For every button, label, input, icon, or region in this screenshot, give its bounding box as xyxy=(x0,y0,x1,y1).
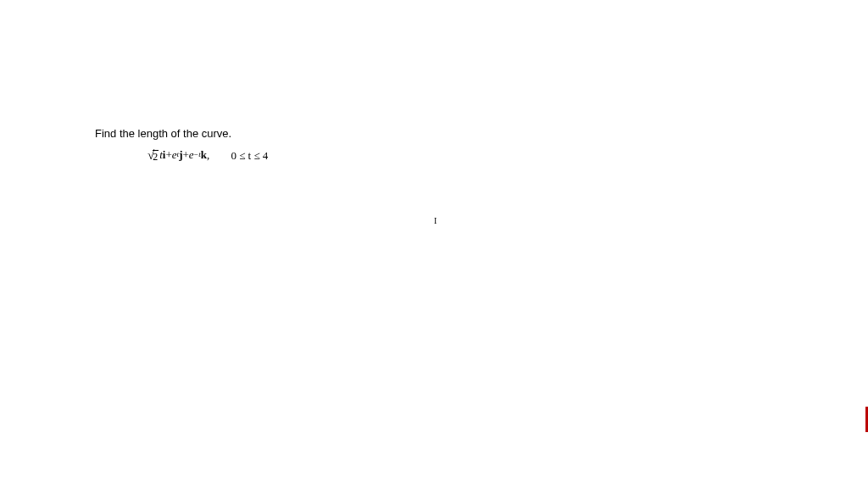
plus-1: + xyxy=(165,148,171,162)
text-cursor-mark: I xyxy=(434,216,437,225)
exp-neg-sign: − xyxy=(194,150,198,158)
exp-neg-t: −t xyxy=(194,150,201,158)
unit-k: k xyxy=(201,148,207,162)
comma: , xyxy=(207,148,209,162)
exp-t1: t xyxy=(177,150,180,158)
vector-expression: √ 2 t i + e t j + e −t k , xyxy=(147,148,209,162)
parameter-domain: 0 ≤ t ≤ 4 xyxy=(231,149,268,162)
sqrt-radicand: 2 xyxy=(153,150,159,162)
plus-2: + xyxy=(182,148,188,162)
sqrt-term: √ 2 xyxy=(147,149,159,162)
problem-block: Find the length of the curve. √ 2 t i + … xyxy=(95,127,268,163)
formula-line: √ 2 t i + e t j + e −t k , 0 ≤ t ≤ 4 xyxy=(147,148,268,163)
exp-t2: t xyxy=(198,150,201,158)
problem-statement: Find the length of the curve. xyxy=(95,127,268,140)
